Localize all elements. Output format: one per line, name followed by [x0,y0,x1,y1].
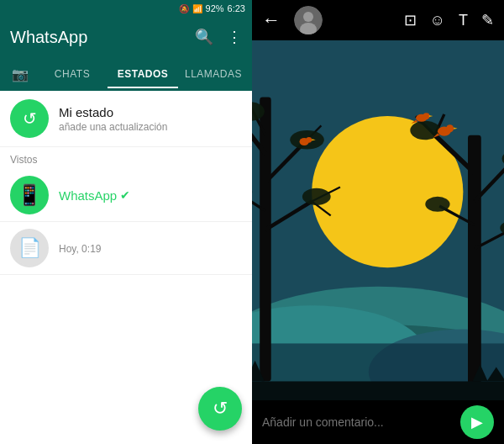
whatsapp-status-item[interactable]: 📱 WhatsApp ✔ [0,169,252,222]
draw-icon[interactable]: ✎ [481,11,494,29]
doc-status-time: Hoy, 0:19 [59,243,101,255]
tabs-bar: 📷 CHATS ESTADOS LLAMADAS [0,57,252,91]
right-toolbar: ← ⊡ ☺ T ✎ [252,0,504,40]
seen-section-label: Vistos [0,147,252,169]
svg-rect-10 [260,98,271,382]
time-text: 6:23 [228,3,245,13]
search-icon[interactable]: 🔍 [195,28,213,46]
svg-point-38 [446,124,454,132]
verified-icon: ✔ [120,188,130,202]
svg-point-33 [410,121,440,140]
status-fab[interactable]: ↺ [198,387,242,431]
crop-icon[interactable]: ⊡ [404,11,417,29]
comment-input[interactable] [262,415,452,429]
svg-rect-21 [468,135,481,400]
add-status-icon: ↺ [23,108,37,129]
emoji-icon[interactable]: ☺ [430,12,445,29]
tab-chats[interactable]: CHATS [37,60,108,88]
app-bar: WhatsApp 🔍 ⋮ [0,17,252,57]
my-status-info: Mi estado añade una actualización [59,105,167,133]
battery-text: 92% [206,3,224,13]
whatsapp-contact-name: WhatsApp ✔ [59,188,130,203]
my-status-row[interactable]: ↺ Mi estado añade una actualización [0,91,252,147]
app-bar-icons: 🔍 ⋮ [195,28,242,46]
toolbar-avatar [294,6,323,34]
send-button[interactable]: ▶ [460,405,494,439]
left-panel: 🔕 📶 92% 6:23 WhatsApp 🔍 ⋮ 📷 CHATS ESTADO… [0,0,252,444]
status-bar: 🔕 📶 92% 6:23 [0,0,252,17]
text-icon[interactable]: T [459,12,468,29]
my-status-subtitle: añade una actualización [59,121,167,133]
svg-rect-48 [252,381,504,400]
doc-contact-info: Hoy, 0:19 [59,241,101,255]
status-image [252,40,504,400]
whatsapp-avatar: 📱 [10,176,49,214]
doc-avatar: 📄 [10,229,49,267]
notification-icon: 🔕 [179,4,189,13]
whatsapp-contact-info: WhatsApp ✔ [59,188,130,203]
app-title: WhatsApp [10,28,87,47]
my-status-name: Mi estado [59,105,167,119]
back-button[interactable]: ← [262,9,281,31]
svg-point-35 [425,197,449,212]
svg-point-42 [423,113,430,119]
doc-status-item[interactable]: 📄 Hoy, 0:19 [0,222,252,275]
tab-estados[interactable]: ESTADOS [108,60,178,88]
fab-refresh-icon: ↺ [213,398,228,420]
right-panel: ← ⊡ ☺ T ✎ [252,0,504,444]
signal-icon: 📶 [192,4,202,13]
tab-llamadas[interactable]: LLAMADAS [178,60,249,88]
comment-bar: ▶ [252,400,504,444]
more-options-icon[interactable]: ⋮ [227,28,242,46]
svg-point-31 [302,188,331,205]
send-icon: ▶ [471,413,483,431]
svg-point-46 [306,137,312,143]
svg-point-1 [303,12,313,22]
tab-camera[interactable]: 📷 [3,66,37,82]
my-status-avatar: ↺ [10,99,49,138]
